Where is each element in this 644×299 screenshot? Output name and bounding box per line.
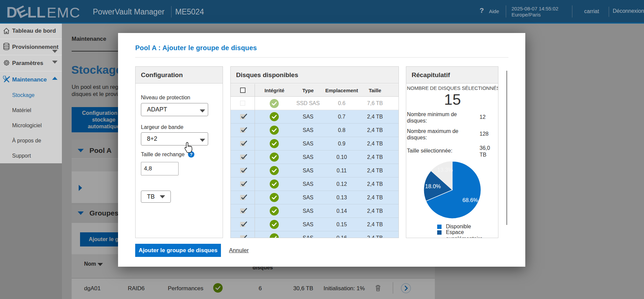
svg-text:13.3%: 13.3% (437, 167, 453, 173)
svg-text:18.0%: 18.0% (425, 183, 441, 189)
svg-text:68.6%: 68.6% (462, 197, 478, 203)
